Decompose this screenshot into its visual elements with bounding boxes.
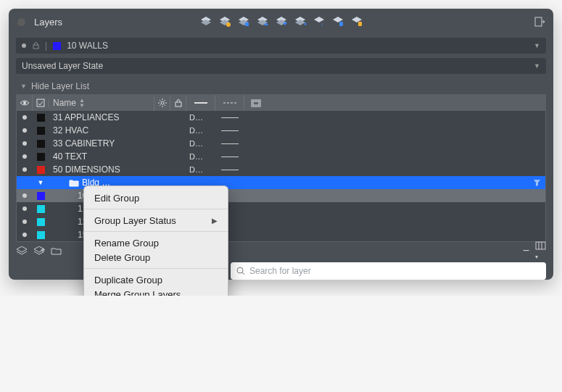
layer-state-dropdown[interactable]: Unsaved Layer State ▼ (16, 58, 546, 74)
svg-point-0 (226, 22, 231, 27)
disclosure-triangle-icon: ▼ (38, 179, 44, 186)
svg-rect-5 (358, 22, 362, 26)
layers-stack-9-icon[interactable] (350, 15, 363, 28)
columns-icon[interactable]: ▾ (535, 241, 546, 261)
line-icon (221, 143, 239, 144)
line-icon (221, 117, 239, 118)
svg-rect-9 (37, 99, 44, 107)
ctx-rename-group[interactable]: Rename Group (84, 235, 228, 250)
col-name[interactable]: Name ▲▼ (49, 95, 154, 111)
layer-swatch (53, 42, 61, 50)
col-gear[interactable] (154, 95, 170, 111)
col-print[interactable] (244, 95, 268, 111)
svg-rect-23 (253, 101, 259, 105)
svg-rect-7 (33, 45, 38, 49)
visibility-dot-icon (22, 233, 27, 237)
visibility-dot-icon (22, 154, 27, 159)
layer-swatch (37, 205, 45, 213)
new-layer-icon[interactable] (16, 246, 28, 256)
layer-swatch (37, 114, 45, 122)
svg-line-17 (160, 105, 161, 107)
layer-swatch (37, 166, 45, 174)
svg-rect-4 (339, 22, 343, 26)
dock-panel-icon[interactable] (534, 17, 545, 27)
svg-text:✦: ✦ (303, 21, 306, 27)
table-row[interactable]: 50 DIMENSIONS D… (17, 163, 545, 176)
visibility-dot-icon (22, 207, 27, 211)
col-lock[interactable] (170, 95, 186, 111)
search-input[interactable]: Search for layer (231, 262, 546, 280)
layers-stack-3-icon[interactable] (237, 15, 250, 28)
layer-swatch (37, 231, 45, 239)
minus-icon[interactable]: − (523, 244, 529, 257)
layers-stack-5-icon[interactable] (275, 15, 288, 28)
col-lineweight[interactable] (186, 95, 215, 111)
sep-icon: | (45, 41, 47, 51)
layer-name: 33 CABINETRY (49, 138, 154, 149)
svg-text:↓: ↓ (321, 21, 323, 27)
search-icon (236, 267, 245, 275)
ctx-group-layer-status[interactable]: Group Layer Status (84, 213, 228, 228)
col-visibility[interactable] (17, 95, 33, 111)
visibility-dot-icon (22, 115, 27, 120)
layer-swatch (37, 140, 45, 148)
layers-stack-1-icon[interactable] (199, 15, 212, 28)
layer-state-label: Unsaved Layer State (22, 61, 103, 71)
svg-rect-1 (245, 22, 249, 26)
layers-stack-8-icon[interactable] (331, 15, 344, 28)
new-folder-icon[interactable] (51, 246, 62, 255)
ctx-duplicate-group[interactable]: Duplicate Group (84, 272, 228, 287)
layers-stack-4-icon[interactable] (256, 15, 269, 28)
context-menu: Edit Group Group Layer Status Rename Gro… (83, 185, 228, 296)
svg-line-18 (164, 100, 165, 101)
layer-swatch (37, 153, 45, 161)
visibility-dot-icon (22, 128, 27, 133)
line-icon (221, 157, 239, 157)
visibility-dot-icon (22, 167, 27, 172)
col-linetype[interactable] (215, 95, 244, 111)
chevron-down-icon: ▼ (534, 62, 540, 70)
table-header: Name ▲▼ (17, 95, 545, 111)
line-icon (221, 130, 239, 131)
svg-rect-26 (536, 242, 545, 249)
svg-line-30 (242, 272, 244, 275)
hide-layer-list-toggle[interactable]: ▼ Hide Layer List (16, 78, 546, 94)
layer-name: 32 HVAC (49, 125, 154, 135)
layers-stack-2-icon[interactable] (218, 15, 231, 28)
table-row[interactable]: 40 TEXT D… (17, 150, 545, 163)
layer-swatch (37, 192, 45, 200)
chevron-down-icon: ▼ (534, 42, 540, 49)
layer-name: 31 APPLIANCES (49, 112, 154, 122)
current-layer-name: 10 WALLS (67, 41, 108, 51)
ctx-delete-group[interactable]: Delete Group (84, 250, 228, 264)
filter-icon (533, 179, 541, 187)
svg-point-10 (161, 101, 164, 104)
layer-swatch (37, 218, 45, 226)
layers-stack-7-icon[interactable]: ↓ (313, 15, 326, 28)
new-layer-state-icon[interactable] (33, 246, 45, 256)
table-row[interactable]: 31 APPLIANCES D… (17, 111, 545, 124)
layers-panel: Layers ✦ ↓ | 10 WALLS ▼ Unsaved Layer St… (9, 9, 553, 280)
window-close-icon[interactable] (17, 18, 25, 26)
visibility-dot-icon (22, 141, 27, 146)
table-row[interactable]: 33 CABINETRY D… (17, 137, 545, 150)
svg-rect-19 (175, 102, 181, 107)
visibility-dot-icon (22, 43, 26, 48)
hide-layer-list-label: Hide Layer List (31, 81, 89, 91)
layer-name: 40 TEXT (49, 151, 154, 162)
line-icon (221, 170, 239, 170)
disclosure-triangle-icon: ▼ (20, 83, 27, 90)
visibility-dot-icon (22, 193, 27, 198)
current-layer-dropdown[interactable]: | 10 WALLS ▼ (16, 38, 546, 54)
layers-stack-6-icon[interactable]: ✦ (294, 15, 307, 28)
svg-rect-6 (535, 17, 542, 26)
table-row[interactable]: 32 HVAC D… (17, 124, 545, 137)
ctx-edit-group[interactable]: Edit Group (84, 191, 228, 205)
ctx-merge-group-layers[interactable]: Merge Group Layers (84, 287, 228, 296)
svg-line-15 (160, 100, 161, 101)
toolbar: ✦ ↓ (199, 15, 363, 28)
folder-open-icon (69, 179, 79, 187)
layer-name: 50 DIMENSIONS (49, 164, 154, 175)
svg-line-16 (164, 105, 165, 107)
col-swatch[interactable] (33, 99, 49, 107)
